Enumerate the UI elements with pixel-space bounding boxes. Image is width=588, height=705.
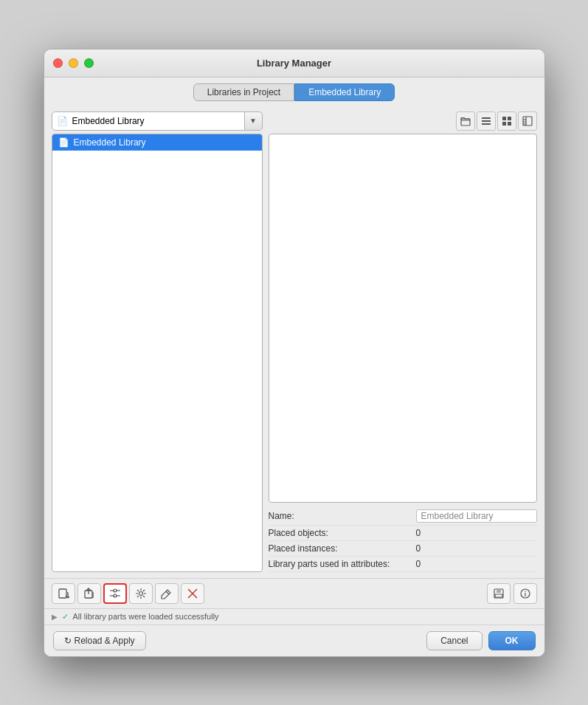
library-manager-window: Library Manager Libraries in Project Emb… bbox=[44, 49, 545, 657]
svg-point-26 bbox=[139, 591, 142, 595]
name-input[interactable] bbox=[416, 509, 537, 523]
list-view-button[interactable] bbox=[477, 111, 496, 131]
right-panel: Name: Placed objects: 0 Placed instances… bbox=[269, 111, 537, 572]
close-button[interactable] bbox=[53, 58, 63, 68]
delete-button[interactable] bbox=[181, 583, 204, 604]
name-row: Name: bbox=[269, 507, 537, 526]
svg-rect-7 bbox=[508, 122, 511, 125]
folder-view-button[interactable] bbox=[456, 111, 475, 131]
svg-point-43 bbox=[525, 591, 526, 592]
status-check-icon: ✓ bbox=[62, 612, 69, 622]
status-bar: ▶ ✓ All library parts were loaded succes… bbox=[44, 608, 544, 625]
window-title: Library Manager bbox=[257, 58, 331, 69]
status-triangle-icon: ▶ bbox=[52, 613, 58, 621]
configure-button[interactable] bbox=[129, 583, 153, 604]
dropdown-doc-icon: 📄 bbox=[57, 116, 68, 126]
svg-rect-1 bbox=[482, 117, 491, 119]
detail-view-button[interactable] bbox=[518, 111, 537, 131]
svg-line-33 bbox=[143, 590, 145, 591]
library-parts-label: Library parts used in attributes: bbox=[269, 559, 416, 569]
info-button[interactable] bbox=[513, 583, 537, 604]
export-button[interactable] bbox=[77, 583, 101, 604]
import-button[interactable] bbox=[52, 583, 75, 604]
footer-left: ↻ Reload & Apply bbox=[53, 631, 146, 650]
list-item[interactable]: 📄 Embedded Library bbox=[52, 134, 262, 151]
content-area: 📄 Embedded Library ▼ 📄 Embedded Library bbox=[44, 106, 544, 578]
manage-button[interactable] bbox=[103, 583, 127, 604]
placed-instances-value: 0 bbox=[416, 543, 424, 554]
library-list[interactable]: 📄 Embedded Library bbox=[52, 134, 263, 572]
minimize-button[interactable] bbox=[69, 58, 78, 68]
svg-rect-2 bbox=[482, 120, 491, 122]
bottom-toolbar-left bbox=[52, 583, 204, 604]
placed-instances-label: Placed instances: bbox=[269, 543, 416, 554]
footer-right: Cancel OK bbox=[426, 631, 535, 650]
info-area: Name: Placed objects: 0 Placed instances… bbox=[269, 507, 537, 572]
svg-line-32 bbox=[143, 596, 145, 597]
list-item-icon: 📄 bbox=[58, 137, 69, 148]
svg-rect-40 bbox=[495, 594, 502, 597]
svg-rect-39 bbox=[497, 589, 501, 593]
svg-point-21 bbox=[114, 594, 117, 597]
list-item-label: Embedded Library bbox=[74, 137, 146, 148]
bottom-toolbar bbox=[44, 578, 544, 608]
dropdown-value: Embedded Library bbox=[72, 116, 145, 126]
placed-objects-label: Placed objects: bbox=[269, 528, 416, 538]
tabs-bar: Libraries in Project Embedded Library bbox=[44, 78, 544, 106]
bottom-toolbar-right bbox=[487, 583, 537, 604]
name-label: Name: bbox=[269, 511, 416, 521]
dropdown-arrow-button[interactable]: ▼ bbox=[245, 111, 263, 131]
titlebar: Library Manager bbox=[44, 49, 544, 78]
left-panel: 📄 Embedded Library ▼ 📄 Embedded Library bbox=[52, 111, 263, 572]
svg-rect-13 bbox=[59, 589, 66, 598]
svg-rect-5 bbox=[508, 117, 511, 120]
reload-apply-button[interactable]: ↻ Reload & Apply bbox=[53, 631, 146, 650]
preview-area bbox=[269, 134, 537, 503]
window-controls bbox=[53, 58, 94, 68]
svg-rect-3 bbox=[482, 123, 491, 125]
right-top-toolbar bbox=[269, 111, 537, 131]
svg-rect-4 bbox=[502, 117, 506, 120]
status-message: All library parts were loaded successful… bbox=[73, 612, 219, 621]
tab-libraries-in-project[interactable]: Libraries in Project bbox=[193, 83, 294, 101]
svg-rect-0 bbox=[461, 119, 470, 125]
reload-label: Reload & Apply bbox=[75, 636, 135, 646]
svg-rect-6 bbox=[502, 122, 506, 125]
library-dropdown-row: 📄 Embedded Library ▼ bbox=[52, 111, 263, 131]
library-parts-row: Library parts used in attributes: 0 bbox=[269, 557, 537, 572]
grid-view-button[interactable] bbox=[497, 111, 516, 131]
tab-embedded-library[interactable]: Embedded Library bbox=[294, 83, 395, 101]
svg-line-31 bbox=[137, 590, 139, 591]
placed-objects-row: Placed objects: 0 bbox=[269, 526, 537, 541]
maximize-button[interactable] bbox=[84, 58, 94, 68]
save-library-button[interactable] bbox=[487, 583, 511, 604]
svg-line-35 bbox=[166, 591, 169, 594]
reload-icon: ↻ bbox=[64, 636, 72, 646]
footer-bar: ↻ Reload & Apply Cancel OK bbox=[44, 625, 544, 656]
ok-button[interactable]: OK bbox=[488, 631, 536, 650]
placed-objects-value: 0 bbox=[416, 528, 424, 538]
placed-instances-row: Placed instances: 0 bbox=[269, 541, 537, 557]
library-parts-value: 0 bbox=[416, 559, 424, 569]
cancel-button[interactable]: Cancel bbox=[426, 631, 482, 650]
svg-point-20 bbox=[114, 589, 117, 592]
edit-button[interactable] bbox=[155, 583, 179, 604]
library-dropdown[interactable]: 📄 Embedded Library bbox=[52, 111, 245, 131]
svg-line-34 bbox=[137, 596, 139, 597]
